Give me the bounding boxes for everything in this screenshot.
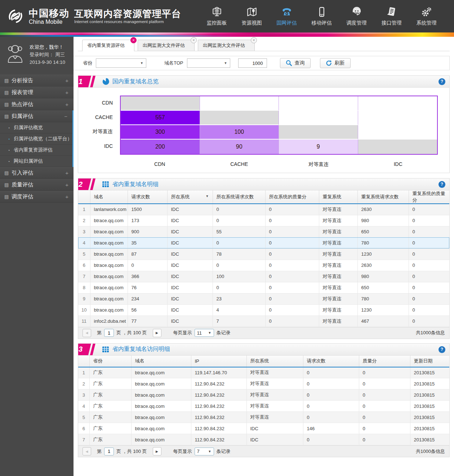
nav-item-mobile-eval[interactable]: 移动评估 [304,6,339,26]
refresh-button[interactable]: 刷新 [320,58,351,68]
sidebar-item-dispatch-eval[interactable]: ▤ 调度评估 + [0,191,74,203]
expand-plus-icon[interactable]: + [65,194,68,200]
chevron-down-icon: ▼ [208,450,212,453]
tab-outbound-bigfile-eval-1[interactable]: 出网监测大文件评估 × [138,40,195,51]
heatmap-grid: 557 300 100 200 90 9 [120,96,438,155]
sidebar-subitem-website-attribution-eval[interactable]: ▪ 网站归属评估 [0,156,72,167]
close-icon[interactable]: × [130,37,137,43]
table-row[interactable]: 5 btrace.qq.com 87 IDC 78 0 对等直连 1230 0 [78,248,449,260]
platform-title-cn: 互联网内容资源管理平台 [74,8,181,19]
expand-plus-icon[interactable]: + [65,101,68,107]
nav-label: 资源视图 [242,20,262,26]
col-system-request-count: 所在系统请求次数 [213,190,265,204]
doc-icon: ▤ [4,102,12,107]
nav-label: 移动评估 [312,20,332,26]
expand-plus-icon[interactable]: + [65,89,68,96]
nav-item-system-mgmt[interactable]: 系统管理 [409,6,444,26]
sidebar-item-hotspot-eval[interactable]: ▤ 热点评估 + [0,98,74,110]
close-icon[interactable]: × [191,37,197,43]
refresh-icon [326,60,332,66]
help-icon[interactable]: ? [439,181,445,188]
expand-plus-icon[interactable]: + [65,182,68,188]
page-number-input[interactable] [104,448,114,455]
heatmap-x-labels: CDN CACHE 对等直连 IDC [83,161,438,168]
china-mobile-logo-icon [5,6,26,27]
close-icon[interactable]: × [251,37,257,43]
table-row[interactable]: 5 广东 btrace.qq.com 112.90.84.232 对等直连 0 … [78,412,449,423]
table-row[interactable]: 6 btrace.qq.com 0 IDC 0 0 对等直连 2630 0 [78,260,449,271]
page-size-select[interactable]: 7 ▼ [195,448,214,455]
sidebar-subitem-attribution-overview-l2[interactable]: ▪ 归属评估概览（二级平台） [0,133,72,145]
panel2-header: 2 省内重复域名明细 ? [78,178,449,190]
nav-item-fixed-net-eval[interactable]: 固网评估 [269,6,304,26]
bullet-icon: ▪ [9,149,14,152]
tab-province-duplicate-eval[interactable]: 省内重复资源评估 × [82,40,134,51]
table-row[interactable]: 3 btrace.qq.com 900 IDC 55 0 对等直连 650 0 [78,226,449,237]
search-button[interactable]: 查询 [280,58,311,68]
nav-item-interface-mgmt[interactable]: 接口管理 [374,6,409,26]
nav-label: 监控面板 [207,20,227,26]
next-page-button[interactable]: ▶ [153,447,161,455]
table-row[interactable]: 8 btrace.qq.com 76 IDC 0 0 对等直连 650 0 [78,282,449,293]
domain-top-select[interactable]: ▼ [187,58,230,68]
help-icon[interactable]: ? [439,78,445,85]
sidebar-subitem-attribution-overview[interactable]: ▪ 归属评估概览 [0,122,72,133]
prev-page-button[interactable]: ◀ [83,447,91,455]
col-domain: 域名 [131,356,191,367]
table-row[interactable]: 6 广东 btrace.qq.com 112.90.84.232 IDC 146… [78,423,449,434]
nav-item-dispatch-mgmt[interactable]: 调度管理 [339,6,374,26]
table-row[interactable]: 3 广东 btrace.qq.com 112.90.84.232 对等直连 0 … [78,389,449,401]
top-count-input[interactable] [238,58,267,68]
page-size-select[interactable]: 11 ▼ [195,329,214,337]
table-row[interactable]: 10 btrace.qq.com 56 IDC 4 0 对等直连 1230 0 [78,304,449,316]
table-row[interactable]: 4 广东 btrace.qq.com 112.90.84.232 对等直连 0 … [78,401,449,412]
heatmap-cell: 90 [200,140,279,154]
sidebar-item-attribution-eval[interactable]: ▤ 归属评估 − [0,110,72,122]
nav-item-resource-view[interactable]: 资源视图 [234,6,269,26]
sidebar-item-report-mgmt[interactable]: ▤ 报表管理 + [0,87,74,98]
province-select[interactable]: ▼ [96,58,146,68]
tab-outbound-bigfile-eval-2[interactable]: 出网监测大文件评估 × [198,40,255,51]
col-duplicate-quality-score: 重复系统的质量分 [409,190,449,204]
table-row[interactable]: 7 btrace.qq.com 366 IDC 100 0 对等直连 980 0 [78,271,449,282]
heatmap-cell: 200 [121,140,200,154]
expand-plus-icon[interactable]: + [65,170,68,176]
table2-header: 域名 请求次数 所在系统▼ 所在系统请求次数 所在系统的质量分 重复系统 重复系… [78,190,449,204]
col-request-count: 请求次数 [303,356,359,367]
sidebar-subitem-province-duplicate-eval[interactable]: ▪ 省内重复资源评估 [0,145,72,156]
sidebar-item-introduction-eval[interactable]: ▤ 引入评估 + [0,167,74,179]
next-page-button[interactable]: ▶ [153,329,161,337]
prev-page-button[interactable]: ◀ [83,329,91,337]
collapse-minus-icon[interactable]: − [64,113,67,119]
doc-icon: ▤ [4,78,12,83]
welcome-text: 欢迎您，魏华！ [30,43,65,51]
col-domain: 域名 [90,190,128,204]
page-number-input[interactable] [104,329,114,337]
heatmap-cell [200,111,279,125]
doc-icon: ▤ [4,90,12,95]
table-row[interactable]: 7 广东 btrace.qq.com 112.90.84.232 IDC 0 0… [78,434,449,445]
heatmap-y-labels: CDN CACHE 对等直连 IDC [83,96,120,155]
chevron-down-icon: ▼ [208,331,212,335]
app-header: 中国移动 China Mobile 互联网内容资源管理平台 Internet c… [0,0,454,32]
col-duplicate-request-count: 重复系统请求次数 [357,190,409,204]
expand-plus-icon[interactable]: + [65,78,68,84]
badge-stripe [90,76,95,88]
sidebar-item-quality-eval[interactable]: ▤ 质量评估 + [0,179,74,191]
sidebar-item-analysis-report[interactable]: ▤ 分析报告 + [0,75,74,87]
table-row[interactable]: 9 btrace.qq.com 234 IDC 23 0 对等直连 780 0 [78,293,449,304]
table-row[interactable]: 4 btrace.qq.com 35 IDC 0 0 对等直连 780 0 [78,237,449,248]
bullet-icon: ▪ [9,137,14,141]
table-row[interactable]: 2 btrace.qq.com 173 IDC 0 0 对等直连 980 0 [78,215,449,226]
chevron-down-icon[interactable]: ▼ [206,194,209,198]
table-row[interactable]: 1 广东 btrace.qq.com 119.147.146.70 对等直连 0… [78,367,449,378]
help-icon[interactable]: ? [439,346,445,353]
brand-name-en: China Mobile [29,19,69,25]
nav-item-monitor[interactable]: 监控面板 [199,6,234,26]
table-icon [102,346,109,353]
avatar-icon [6,43,25,63]
table-row[interactable]: 1 lanlanwork.com 1500 IDC 0 0 对等直连 2630 … [78,204,449,215]
table-row[interactable]: 2 广东 btrace.qq.com 112.90.84.232 对等直连 0 … [78,378,449,389]
table-row[interactable]: 11 infoc2.duba.net 77 IDC 7 0 对等直连 467 0 [78,316,449,327]
bullet-icon: ▪ [9,126,14,129]
